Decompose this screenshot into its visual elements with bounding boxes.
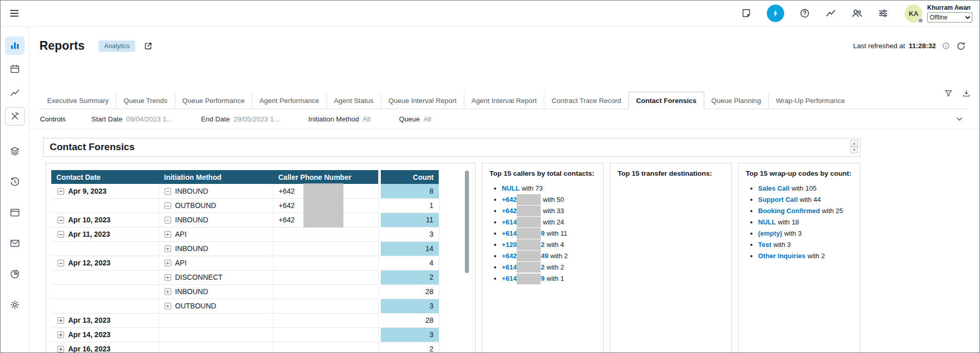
contact-date: Apr 9, 2023 [68,187,107,195]
control-end-date[interactable]: End Date29/05/2023 1... [201,115,279,123]
sidebar-item-history[interactable] [5,173,25,191]
count-cell: 3 [381,299,439,313]
initiation-method: INBOUND [175,287,209,296]
sidebar-item-settings[interactable] [5,296,25,314]
wrap-up-link[interactable]: Support Call [758,196,798,203]
collapse-toggle-icon[interactable] [165,188,171,195]
collapse-toggle-icon[interactable] [57,188,64,195]
wrap-up-link[interactable]: NULL [758,218,776,226]
line-chart-icon [9,87,21,98]
wrap-up-link[interactable]: Booking Confirmed [758,207,820,215]
step-down-icon[interactable] [850,147,858,153]
chevron-down-icon[interactable] [955,114,964,123]
expand-toggle-icon[interactable] [165,245,171,252]
download-icon[interactable] [962,89,971,98]
status-select[interactable]: Offline [927,12,972,23]
expand-toggle-icon[interactable] [165,274,171,281]
user-name: Khurram Awan [927,4,972,12]
hamburger-menu-icon[interactable] [7,6,22,20]
expand-toggle-icon[interactable] [57,331,64,338]
caller-link[interactable]: NULL [502,184,520,192]
caller-phone: +642 [279,201,295,210]
initiation-method: API [175,230,187,238]
control-initiation-method[interactable]: Initiation MethodAll [309,115,371,123]
avatar[interactable]: KA [905,5,923,23]
count-cell: 11 [381,213,439,227]
pie-chart-icon [9,268,21,280]
refresh-icon[interactable] [956,41,966,51]
caller-link[interactable]: +120 [502,241,517,248]
collapse-toggle-icon[interactable] [57,231,64,238]
tab-queue-performance[interactable]: Queue Performance [175,93,252,109]
initiation-method: INBOUND [175,187,209,195]
tab-agent-interval-report[interactable]: Agent Interval Report [464,93,544,109]
tab-wrap-up-performance[interactable]: Wrap-Up Performance [768,93,852,109]
caller-link[interactable]: +614 [502,230,517,237]
list-item: +6149with 1 [502,273,597,284]
count-cell: 2 [381,270,439,284]
expand-toggle-icon[interactable] [57,346,64,352]
caller-link[interactable]: +642 [502,252,517,260]
tab-queue-trends[interactable]: Queue Trends [116,93,175,109]
tab-contact-forensics[interactable]: Contact Forensics [628,92,704,109]
users-icon[interactable] [851,8,863,19]
table-row: Apr 14, 2023 3 [51,327,439,342]
collapse-toggle-icon[interactable] [57,260,64,266]
caller-link[interactable]: +642 [502,207,517,215]
step-up-icon[interactable] [850,140,858,147]
redacted-number-block [517,194,541,205]
expand-toggle-icon[interactable] [165,288,171,295]
list-item: +6149with 11 [502,228,597,239]
sidebar-item-calendar[interactable] [5,60,25,78]
caller-link[interactable]: +614 [502,218,517,226]
avatar-initials: KA [909,10,918,17]
tools-icon [9,111,21,122]
sliders-icon[interactable] [877,8,889,19]
help-icon[interactable] [799,8,810,19]
list-item: Support Callwith 44 [758,194,853,205]
tab-queue-planning[interactable]: Queue Planning [704,93,768,109]
wrap-up-link[interactable]: Other Inquiries [758,252,805,260]
info-icon[interactable] [942,41,950,50]
contact-date: Apr 10, 2023 [68,216,111,224]
refreshed-label: Last refreshed at [853,42,905,50]
control-start-date[interactable]: Start Date09/04/2023 1... [91,115,172,123]
caller-link[interactable]: +614 [502,263,517,271]
caller-link[interactable]: +642 [502,196,517,203]
contact-date: Apr 16, 2023 [68,345,111,352]
sidebar-item-mail[interactable] [5,234,25,253]
tab-agent-performance[interactable]: Agent Performance [252,93,326,109]
sidebar-item-tools[interactable] [5,107,25,126]
tab-agent-status[interactable]: Agent Status [326,93,381,109]
filter-icon[interactable] [944,89,953,98]
collapse-toggle-icon[interactable] [165,217,171,223]
wrap-up-link[interactable]: (empty) [758,230,782,237]
expand-toggle-icon[interactable] [165,303,171,309]
expand-toggle-icon[interactable] [165,260,171,266]
tab-queue-interval-report[interactable]: Queue Interval Report [381,93,464,109]
sidebar-item-window[interactable] [5,203,25,222]
expand-toggle-icon[interactable] [57,317,64,324]
lightning-icon[interactable] [767,5,784,22]
expand-toggle-icon[interactable] [165,231,171,238]
external-link-icon[interactable] [143,41,153,51]
sidebar-item-line-chart[interactable] [5,84,25,102]
tab-executive-summary[interactable]: Executive Summary [40,93,116,109]
list-item: NULLwith 18 [758,217,853,228]
wrap-up-link[interactable]: Test [758,241,771,248]
tab-contract-trace-record[interactable]: Contract Trace Record [544,93,628,109]
control-queue[interactable]: QueueAll [399,115,432,123]
table-scrollbar[interactable] [465,171,469,273]
sidebar-item-pie-chart[interactable] [5,265,25,283]
wrap-up-link[interactable]: Sales Call [758,184,789,192]
sidebar-item-layers[interactable] [5,142,25,160]
table-row: Apr 16, 2023 2 [51,342,439,352]
collapse-toggle-icon[interactable] [165,202,171,209]
feedback-note-icon[interactable] [741,8,752,19]
initiation-method: INBOUND [175,244,209,253]
caller-link[interactable]: +614 [502,275,517,282]
sheet-stepper [850,140,858,153]
sidebar-item-analytics[interactable] [5,36,25,55]
collapse-toggle-icon[interactable] [57,217,64,223]
metrics-chart-icon[interactable] [825,8,836,19]
